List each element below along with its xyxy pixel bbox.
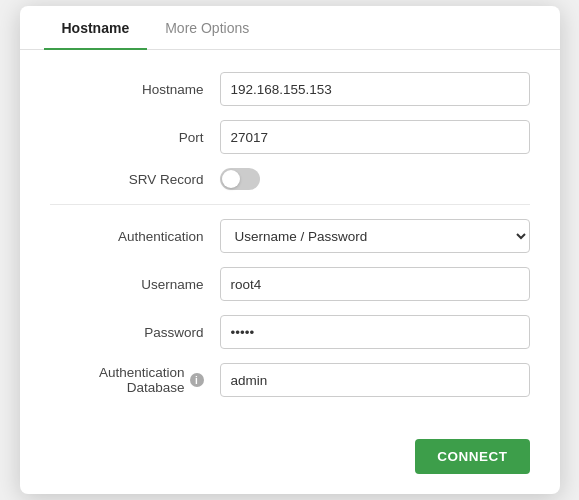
password-row: Password [50, 315, 530, 349]
port-input[interactable] [220, 120, 530, 154]
tab-bar: Hostname More Options [20, 6, 560, 50]
password-input[interactable] [220, 315, 530, 349]
hostname-row: Hostname [50, 72, 530, 106]
authentication-select[interactable]: None Username / Password X.509 Kerberos … [220, 219, 530, 253]
srv-toggle-wrap [220, 168, 260, 190]
port-row: Port [50, 120, 530, 154]
username-row: Username [50, 267, 530, 301]
srv-row: SRV Record [50, 168, 530, 190]
hostname-label: Hostname [50, 82, 220, 97]
auth-db-row: Authentication Database i [50, 363, 530, 397]
username-label: Username [50, 277, 220, 292]
tab-more-options[interactable]: More Options [147, 6, 267, 50]
connection-modal: Hostname More Options Hostname Port SRV … [20, 6, 560, 494]
modal-footer: CONNECT [20, 429, 560, 494]
authentication-label: Authentication [50, 229, 220, 244]
port-label: Port [50, 130, 220, 145]
srv-label: SRV Record [50, 172, 220, 187]
auth-db-input[interactable] [220, 363, 530, 397]
auth-db-label: Authentication Database i [50, 365, 220, 395]
tab-hostname[interactable]: Hostname [44, 6, 148, 50]
authentication-row: Authentication None Username / Password … [50, 219, 530, 253]
auth-db-info-icon: i [190, 373, 204, 387]
username-input[interactable] [220, 267, 530, 301]
password-label: Password [50, 325, 220, 340]
connect-button[interactable]: CONNECT [415, 439, 529, 474]
srv-toggle-slider [220, 168, 260, 190]
section-divider [50, 204, 530, 205]
srv-toggle[interactable] [220, 168, 260, 190]
form-area: Hostname Port SRV Record Authentication … [20, 50, 560, 429]
hostname-input[interactable] [220, 72, 530, 106]
